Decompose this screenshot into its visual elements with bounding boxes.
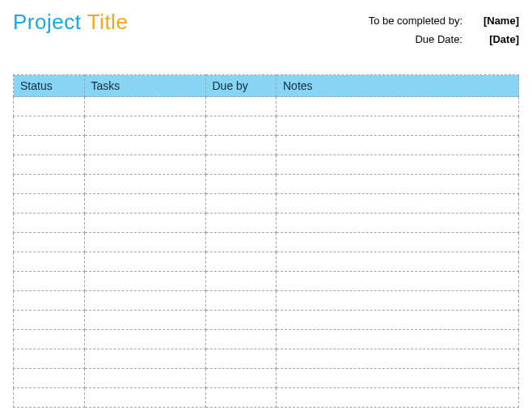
- col-header-status: Status: [14, 75, 85, 97]
- due-date-label: Due Date:: [357, 33, 462, 45]
- cell-dueby[interactable]: [205, 252, 277, 272]
- cell-status[interactable]: [14, 311, 85, 330]
- cell-tasks[interactable]: [84, 97, 205, 116]
- cell-tasks[interactable]: [84, 311, 205, 330]
- cell-dueby[interactable]: [205, 369, 277, 388]
- cell-dueby[interactable]: [205, 272, 277, 291]
- cell-tasks[interactable]: [84, 214, 205, 233]
- meta-row-completed-by: To be completed by: [Name]: [357, 15, 519, 27]
- table-row: [14, 388, 519, 408]
- table-row: [14, 155, 519, 175]
- col-header-tasks: Tasks: [84, 75, 205, 97]
- task-table: Status Tasks Due by Notes: [13, 74, 519, 408]
- cell-dueby[interactable]: [205, 136, 277, 155]
- cell-notes[interactable]: [277, 97, 519, 116]
- cell-notes[interactable]: [277, 214, 519, 233]
- table-row: [14, 311, 519, 330]
- col-header-notes: Notes: [277, 75, 519, 97]
- cell-dueby[interactable]: [205, 311, 277, 330]
- cell-status[interactable]: [14, 330, 85, 349]
- cell-dueby[interactable]: [205, 349, 277, 369]
- cell-status[interactable]: [14, 194, 85, 214]
- table-row: [14, 330, 519, 349]
- cell-tasks[interactable]: [84, 330, 205, 349]
- cell-tasks[interactable]: [84, 369, 205, 388]
- cell-dueby[interactable]: [205, 155, 277, 175]
- cell-tasks[interactable]: [84, 252, 205, 272]
- cell-tasks[interactable]: [84, 175, 205, 194]
- cell-tasks[interactable]: [84, 233, 205, 252]
- cell-status[interactable]: [14, 369, 85, 388]
- cell-status[interactable]: [14, 349, 85, 369]
- table-row: [14, 214, 519, 233]
- cell-status[interactable]: [14, 136, 85, 155]
- table-row: [14, 252, 519, 272]
- table-row: [14, 233, 519, 252]
- cell-notes[interactable]: [277, 272, 519, 291]
- cell-dueby[interactable]: [205, 291, 277, 311]
- cell-notes[interactable]: [277, 136, 519, 155]
- cell-dueby[interactable]: [205, 233, 277, 252]
- cell-tasks[interactable]: [84, 272, 205, 291]
- cell-status[interactable]: [14, 252, 85, 272]
- completed-by-value: [Name]: [479, 15, 519, 27]
- col-header-dueby: Due by: [205, 75, 277, 97]
- cell-status[interactable]: [14, 272, 85, 291]
- title-word-2: Title: [87, 10, 129, 34]
- cell-notes[interactable]: [277, 311, 519, 330]
- cell-tasks[interactable]: [84, 291, 205, 311]
- cell-status[interactable]: [14, 116, 85, 136]
- cell-status[interactable]: [14, 233, 85, 252]
- table-row: [14, 97, 519, 116]
- meta-block: To be completed by: [Name] Due Date: [Da…: [357, 10, 519, 52]
- table-header-row: Status Tasks Due by Notes: [14, 75, 519, 97]
- cell-notes[interactable]: [277, 349, 519, 369]
- table-row: [14, 349, 519, 369]
- cell-dueby[interactable]: [205, 388, 277, 408]
- cell-tasks[interactable]: [84, 349, 205, 369]
- cell-status[interactable]: [14, 291, 85, 311]
- cell-notes[interactable]: [277, 233, 519, 252]
- due-date-value: [Date]: [479, 33, 519, 45]
- cell-tasks[interactable]: [84, 388, 205, 408]
- cell-tasks[interactable]: [84, 194, 205, 214]
- cell-dueby[interactable]: [205, 97, 277, 116]
- cell-status[interactable]: [14, 388, 85, 408]
- meta-row-due-date: Due Date: [Date]: [357, 33, 519, 45]
- cell-notes[interactable]: [277, 388, 519, 408]
- cell-dueby[interactable]: [205, 175, 277, 194]
- header: Project Title To be completed by: [Name]…: [13, 10, 519, 52]
- cell-status[interactable]: [14, 214, 85, 233]
- table-row: [14, 136, 519, 155]
- cell-tasks[interactable]: [84, 155, 205, 175]
- cell-notes[interactable]: [277, 194, 519, 214]
- table-row: [14, 194, 519, 214]
- cell-status[interactable]: [14, 97, 85, 116]
- cell-notes[interactable]: [277, 252, 519, 272]
- cell-dueby[interactable]: [205, 116, 277, 136]
- table-row: [14, 291, 519, 311]
- table-row: [14, 116, 519, 136]
- cell-notes[interactable]: [277, 116, 519, 136]
- cell-notes[interactable]: [277, 369, 519, 388]
- cell-status[interactable]: [14, 155, 85, 175]
- cell-tasks[interactable]: [84, 116, 205, 136]
- cell-tasks[interactable]: [84, 136, 205, 155]
- table-row: [14, 369, 519, 388]
- title-word-1: Project: [13, 10, 81, 34]
- cell-status[interactable]: [14, 175, 85, 194]
- cell-notes[interactable]: [277, 175, 519, 194]
- completed-by-label: To be completed by:: [357, 15, 462, 27]
- cell-dueby[interactable]: [205, 194, 277, 214]
- project-title: Project Title: [13, 10, 128, 35]
- cell-notes[interactable]: [277, 291, 519, 311]
- cell-dueby[interactable]: [205, 330, 277, 349]
- cell-notes[interactable]: [277, 155, 519, 175]
- table-row: [14, 272, 519, 291]
- cell-notes[interactable]: [277, 330, 519, 349]
- table-row: [14, 175, 519, 194]
- cell-dueby[interactable]: [205, 214, 277, 233]
